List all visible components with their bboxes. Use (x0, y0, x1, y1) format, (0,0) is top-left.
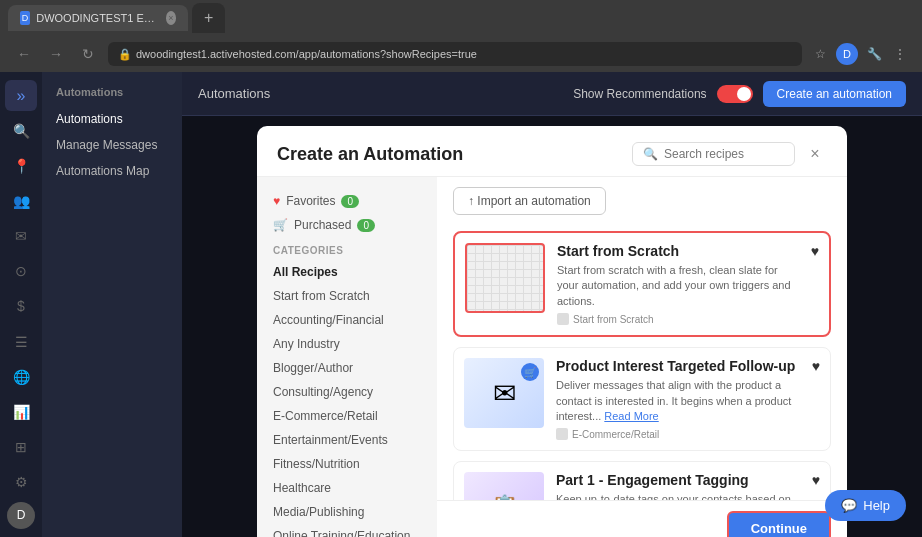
sidebar-icon-reports[interactable]: ⊙ (5, 256, 37, 287)
url-bar[interactable]: 🔒 dwoodingtest1.activehosted.com/app/aut… (108, 42, 802, 66)
sidebar-icon-analytics[interactable]: 📊 (5, 396, 37, 427)
sidebar-icon-deals[interactable]: $ (5, 291, 37, 322)
recipe-tag-scratch: Start from Scratch (557, 313, 799, 325)
modal-title: Create an Automation (277, 144, 463, 165)
tag-icon-product (556, 428, 568, 440)
import-area: ↑ Import an automation (437, 177, 847, 221)
recipe-favorite-scratch[interactable]: ♥ (811, 243, 819, 259)
sidebar-icon-profile[interactable]: D (7, 502, 35, 529)
help-label: Help (863, 498, 890, 513)
purchased-badge: 0 (357, 219, 375, 232)
search-input[interactable] (664, 147, 784, 161)
sidebar-category-healthcare[interactable]: Healthcare (257, 476, 437, 500)
left-nav: Automations Automations Manage Messages … (42, 72, 182, 537)
favorites-badge: 0 (341, 195, 359, 208)
tab-close-icon[interactable]: × (166, 11, 176, 25)
recipe-info-product: Product Interest Targeted Follow-up Deli… (556, 358, 800, 440)
purchased-label: Purchased (294, 218, 351, 232)
favorites-label: Favorites (286, 194, 335, 208)
recipe-title-product: Product Interest Targeted Follow-up (556, 358, 800, 374)
heart-icon: ♥ (273, 194, 280, 208)
recipe-thumb-scratch (465, 243, 545, 313)
recipe-title-engagement: Part 1 - Engagement Tagging (556, 472, 800, 488)
profile-icon[interactable]: D (836, 43, 858, 65)
new-tab-icon: + (204, 9, 213, 27)
recipe-favorite-product[interactable]: ♥ (812, 358, 820, 374)
forward-button[interactable]: → (44, 42, 68, 66)
modal-sidebar: ♥ Favorites 0 🛒 Purchased 0 CATEGORIES A… (257, 177, 437, 537)
left-nav-title: Automations (42, 82, 182, 106)
top-bar: Automations Show Recommendations Create … (182, 72, 922, 116)
sidebar-category-online-training[interactable]: Online Training/Education (257, 524, 437, 537)
search-icon: 🔍 (643, 147, 658, 161)
toggle-knob (737, 87, 751, 101)
recipe-favorite-engagement[interactable]: ♥ (812, 472, 820, 488)
sidebar-category-entertainment[interactable]: Entertainment/Events (257, 428, 437, 452)
recipe-title-scratch: Start from Scratch (557, 243, 799, 259)
sidebar-category-consulting[interactable]: Consulting/Agency (257, 380, 437, 404)
modal-search-container: 🔍 (632, 142, 795, 166)
sidebar-icon-location[interactable]: 📍 (5, 150, 37, 181)
recipe-desc-scratch: Start from scratch with a fresh, clean s… (557, 263, 799, 309)
recipe-tag-product: E-Commerce/Retail (556, 428, 800, 440)
more-icon[interactable]: ⋮ (890, 44, 910, 64)
tab-favicon: D (20, 11, 30, 25)
recipe-item-engagement[interactable]: 📋 Part 1 - Engagement Tagging Keep up-to… (453, 461, 831, 500)
continue-button[interactable]: Continue (727, 511, 831, 537)
recipe-thumb-engagement: 📋 (464, 472, 544, 500)
sidebar-category-all[interactable]: All Recipes (257, 260, 437, 284)
recipe-desc-product: Deliver messages that align with the pro… (556, 378, 800, 424)
sidebar-icon-search[interactable]: 🔍 (5, 115, 37, 146)
recipe-thumb-product: ✉ 🛒 (464, 358, 544, 428)
extension-icon[interactable]: 🔧 (864, 44, 884, 64)
sidebar-icon-lists[interactable]: ☰ (5, 326, 37, 357)
sidebar-icon-contacts[interactable]: 👥 (5, 185, 37, 216)
help-icon: 💬 (841, 498, 857, 513)
tag-icon-scratch (557, 313, 569, 325)
sidebar-category-blogger[interactable]: Blogger/Author (257, 356, 437, 380)
recipe-item-product[interactable]: ✉ 🛒 Product Interest Targeted Follow-up … (453, 347, 831, 451)
refresh-button[interactable]: ↻ (76, 42, 100, 66)
sidebar-icon-settings[interactable]: ⚙ (5, 467, 37, 498)
left-nav-item-messages[interactable]: Manage Messages (42, 132, 182, 158)
bookmark-icon[interactable]: ☆ (810, 44, 830, 64)
read-more-link[interactable]: Read More (604, 410, 658, 422)
sidebar-category-ecommerce[interactable]: E-Commerce/Retail (257, 404, 437, 428)
sidebar-icon-sites[interactable]: 🌐 (5, 361, 37, 392)
new-tab[interactable]: + (192, 3, 225, 33)
sidebar-icon-apps[interactable]: ⊞ (5, 431, 37, 462)
sidebar-category-scratch[interactable]: Start from Scratch (257, 284, 437, 308)
modal-footer: Continue (437, 500, 847, 537)
main-area: Automations Show Recommendations Create … (182, 72, 922, 537)
sidebar-category-any-industry[interactable]: Any Industry (257, 332, 437, 356)
sidebar-category-fitness[interactable]: Fitness/Nutrition (257, 452, 437, 476)
modal-overlay: Create an Automation 🔍 × (182, 116, 922, 537)
url-text: dwoodingtest1.activehosted.com/app/autom… (136, 48, 477, 60)
back-button[interactable]: ← (12, 42, 36, 66)
recipe-info-scratch: Start from Scratch Start from scratch wi… (557, 243, 799, 325)
close-icon[interactable]: × (803, 142, 827, 166)
categories-heading: CATEGORIES (257, 237, 437, 260)
page-content: Create an Automation 🔍 × (182, 116, 922, 537)
help-button[interactable]: 💬 Help (825, 490, 906, 521)
sidebar-category-accounting[interactable]: Accounting/Financial (257, 308, 437, 332)
sidebar-item-purchased[interactable]: 🛒 Purchased 0 (257, 213, 437, 237)
sidebar-item-favorites[interactable]: ♥ Favorites 0 (257, 189, 437, 213)
left-nav-item-automations[interactable]: Automations (42, 106, 182, 132)
active-tab[interactable]: D DWOODINGTEST1 Email Mark... × (8, 5, 188, 31)
recipe-item-scratch[interactable]: Start from Scratch Start from scratch wi… (453, 231, 831, 337)
sidebar-thin: » 🔍 📍 👥 ✉ ⊙ $ ☰ 🌐 📊 ⊞ ⚙ D (0, 72, 42, 537)
sidebar-icon-automations[interactable]: » (5, 80, 37, 111)
modal-body: ♥ Favorites 0 🛒 Purchased 0 CATEGORIES A… (257, 177, 847, 537)
show-recommendations-label: Show Recommendations (573, 87, 706, 101)
create-automation-button[interactable]: Create an automation (763, 81, 906, 107)
left-nav-item-map[interactable]: Automations Map (42, 158, 182, 184)
recipe-list: Start from Scratch Start from scratch wi… (437, 221, 847, 500)
show-recommendations-toggle[interactable] (717, 85, 753, 103)
modal-header: Create an Automation 🔍 × (257, 126, 847, 177)
sidebar-category-media[interactable]: Media/Publishing (257, 500, 437, 524)
modal: Create an Automation 🔍 × (257, 126, 847, 537)
import-button[interactable]: ↑ Import an automation (453, 187, 606, 215)
cart-icon: 🛒 (273, 218, 288, 232)
sidebar-icon-email[interactable]: ✉ (5, 221, 37, 252)
